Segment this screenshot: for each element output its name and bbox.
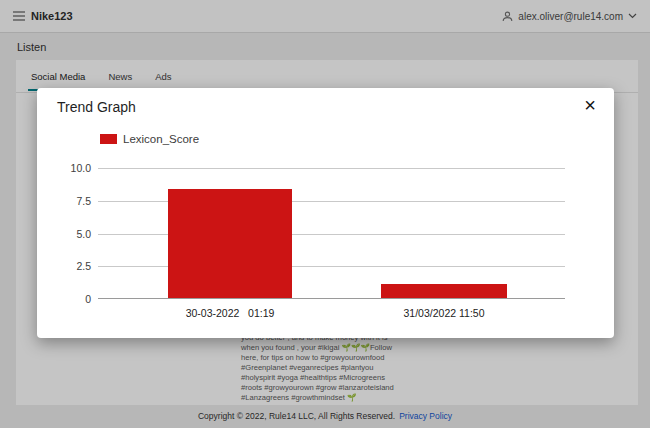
y-tick-label: 0 [85, 293, 91, 305]
modal-title: Trend Graph [57, 99, 136, 115]
gridline [98, 168, 565, 169]
y-tick-label: 10.0 [71, 162, 91, 174]
y-tick-label: 7.5 [76, 195, 91, 207]
bar-lexicon-score-1[interactable] [168, 189, 292, 298]
chart-legend: Lexicon_Score [100, 133, 199, 145]
bar-lexicon-score-2[interactable] [381, 284, 507, 298]
x-axis-line [98, 298, 565, 299]
bar-chart: 10.0 7.5 5.0 2.5 0 30-03-2022 01:19 31/0… [98, 168, 565, 299]
legend-label: Lexicon_Score [123, 133, 199, 145]
y-tick-label: 2.5 [76, 260, 91, 272]
y-tick-label: 5.0 [76, 228, 91, 240]
x-tick-label: 30-03-2022 01:19 [186, 307, 275, 319]
x-tick-label: 31/03/2022 11:50 [404, 307, 485, 319]
trend-graph-modal: Trend Graph × Lexicon_Score 10.0 7.5 5.0… [37, 88, 614, 338]
legend-swatch [100, 134, 117, 144]
close-icon[interactable]: × [584, 95, 596, 115]
